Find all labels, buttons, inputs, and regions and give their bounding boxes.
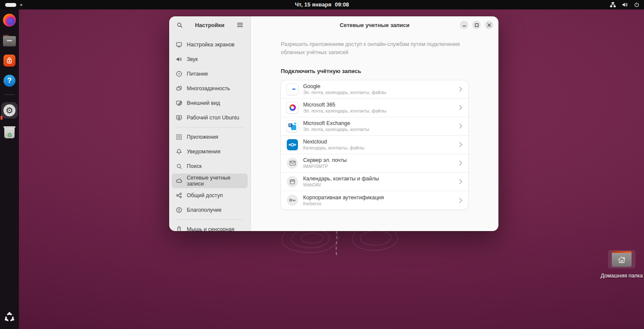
- help-icon[interactable]: ?: [3, 74, 16, 87]
- sidebar-item-power[interactable]: Питание: [172, 67, 248, 81]
- files-icon[interactable]: [3, 34, 16, 47]
- titlebar[interactable]: Сетевые учетные записи: [251, 16, 498, 34]
- clock[interactable]: Чт, 15 января 09:08: [0, 0, 644, 9]
- sidebar-divider: [176, 127, 244, 128]
- key-icon: [287, 195, 298, 206]
- settings-icon[interactable]: ⚙: [1, 102, 18, 119]
- sidebar-item-label: Настройка экранов: [187, 42, 234, 48]
- account-name: Корпоративная аутентификация: [303, 195, 384, 201]
- account-row-microsoft-exchange[interactable]: Microsoft Exchange Эл. почта, календарь,…: [281, 117, 468, 136]
- minimize-button[interactable]: [460, 21, 468, 29]
- accounts-card: Google Эл. почта, календарь, контакты, ф…: [281, 80, 468, 210]
- search-icon: [176, 163, 182, 170]
- account-desc: Kerberos: [303, 201, 384, 206]
- sidebar-item-mouse[interactable]: Мышь и сенсорная: [172, 222, 248, 231]
- top-bar: Чт, 15 января 09:08: [0, 0, 644, 9]
- chevron-right-icon: [459, 105, 462, 110]
- account-row-kerberos[interactable]: Корпоративная аутентификация Kerberos: [281, 191, 468, 210]
- system-status-area[interactable]: [610, 0, 640, 9]
- account-name: Microsoft Exchange: [303, 120, 369, 126]
- chevron-right-icon: [459, 123, 462, 129]
- online-accounts-panel: Сетевые учетные записи Разрешить приложе…: [251, 16, 498, 231]
- mail-icon: [287, 158, 298, 169]
- network-icon: [610, 2, 616, 8]
- sidebar-item-displays[interactable]: Настройка экранов: [172, 37, 248, 52]
- sidebar-item-label: Внешний вид: [187, 100, 220, 106]
- show-apps-icon[interactable]: [3, 311, 16, 324]
- trash-icon[interactable]: ♻: [3, 126, 16, 139]
- sidebar-item-appearance[interactable]: Внешний вид: [172, 96, 248, 110]
- running-indicator-dot: [0, 116, 3, 120]
- power-icon: [634, 2, 640, 8]
- house-icon: [617, 256, 626, 264]
- chevron-right-icon: [459, 86, 462, 92]
- ubuntu-desktop-icon: [176, 114, 182, 121]
- sidebar-divider: [176, 219, 244, 220]
- settings-window: Настройки Настройка экранов: [169, 16, 498, 231]
- sidebar-item-label: Поиск: [187, 163, 202, 169]
- apps-grid-icon: [176, 134, 182, 140]
- account-row-google[interactable]: Google Эл. почта, календарь, контакты, ф…: [281, 80, 468, 99]
- panel-description: Разрешить приложениям доступ к онлайн-сл…: [281, 40, 465, 57]
- dock: ? ⚙ ♻: [0, 9, 19, 329]
- sidebar-item-ubuntu-desktop[interactable]: Рабочий стол Ubuntu: [172, 110, 248, 125]
- wallpaper-contours: [234, 231, 440, 264]
- sidebar-item-label: Питание: [187, 71, 208, 77]
- sidebar-item-search[interactable]: Поиск: [172, 159, 248, 174]
- chevron-right-icon: [459, 160, 462, 166]
- sidebar-item-apps[interactable]: Приложения: [172, 130, 248, 144]
- volume-icon: [622, 2, 628, 8]
- power-circle-icon: [176, 70, 182, 77]
- account-name: Microsoft 365: [303, 102, 386, 108]
- close-button[interactable]: [485, 21, 493, 29]
- sidebar-item-sound[interactable]: Звук: [172, 52, 248, 67]
- home-folder-label: Домашняя папка: [600, 273, 643, 279]
- gear-icon: ⚙: [3, 104, 15, 116]
- menu-button[interactable]: [235, 20, 245, 30]
- nextcloud-icon: [287, 139, 298, 150]
- dock-separator: [4, 94, 15, 95]
- account-desc: Эл. почта, календарь, контакты, файлы: [303, 90, 386, 95]
- sidebar-list: Настройка экранов Звук: [169, 34, 250, 231]
- account-desc: Эл. почта, календарь, контакты, файлы: [303, 108, 386, 113]
- account-desc: IMAP/SMTP: [303, 164, 347, 169]
- app-center-icon[interactable]: [3, 54, 16, 67]
- chevron-right-icon: [459, 179, 462, 184]
- account-desc: WebDAV: [303, 182, 379, 187]
- sidebar-item-wellbeing[interactable]: Благополучие: [172, 203, 248, 217]
- firefox-icon[interactable]: [3, 14, 16, 27]
- sidebar-header: Настройки: [169, 16, 250, 34]
- sidebar-item-label: Благополучие: [187, 207, 222, 213]
- sidebar-item-notifications[interactable]: Уведомления: [172, 144, 248, 159]
- account-name: Сервер эл. почты: [303, 157, 347, 163]
- account-row-mail-server[interactable]: Сервер эл. почты IMAP/SMTP: [281, 154, 468, 173]
- google-icon: [287, 84, 298, 95]
- clock-date: Чт, 15 января: [295, 2, 331, 8]
- sidebar-item-label: Многозадачность: [187, 85, 230, 91]
- window-title: Сетевые учетные записи: [340, 22, 410, 28]
- section-title: Подключить учётную запись: [281, 68, 468, 74]
- sidebar-item-label: Рабочий стол Ubuntu: [187, 115, 239, 121]
- microsoft-365-icon: [287, 102, 298, 113]
- maximize-button[interactable]: [472, 21, 481, 29]
- bell-icon: [176, 148, 182, 155]
- chevron-right-icon: [459, 142, 462, 147]
- account-row-webdav[interactable]: Календарь, контакты и файлы WebDAV: [281, 173, 468, 191]
- account-name: Календарь, контакты и файлы: [303, 176, 379, 182]
- display-icon: [176, 41, 182, 48]
- account-row-microsoft-365[interactable]: Microsoft 365 Эл. почта, календарь, конт…: [281, 99, 468, 117]
- home-folder-desktop-icon[interactable]: Домашняя папка: [600, 250, 643, 279]
- account-row-nextcloud[interactable]: Nextcloud Календарь, контакты, файлы: [281, 136, 468, 154]
- search-button[interactable]: [174, 20, 185, 30]
- multitasking-icon: [176, 85, 182, 92]
- sidebar-item-label: Уведомления: [187, 149, 220, 155]
- share-icon: [176, 192, 182, 199]
- window-controls: [460, 21, 493, 29]
- sidebar-item-online-accounts[interactable]: Сетевые учетные записи: [172, 174, 248, 188]
- sidebar-item-multitasking[interactable]: Многозадачность: [172, 81, 248, 96]
- sidebar-item-sharing[interactable]: Общий доступ: [172, 188, 248, 203]
- speaker-icon: [176, 56, 182, 63]
- account-name: Nextcloud: [303, 139, 365, 145]
- desktop-screen: Чт, 15 января 09:08: [0, 0, 644, 329]
- home-folder-icon: [608, 250, 635, 268]
